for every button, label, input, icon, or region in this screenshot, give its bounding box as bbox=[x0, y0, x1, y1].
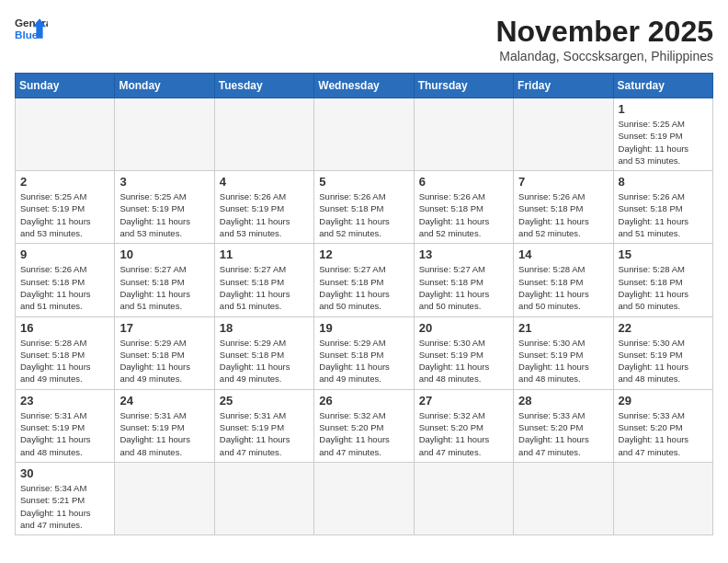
day-number: 5 bbox=[319, 175, 408, 189]
calendar-day-cell bbox=[214, 98, 313, 171]
day-info: Sunrise: 5:26 AM Sunset: 5:19 PM Dayligh… bbox=[220, 190, 309, 239]
weekday-header-saturday: Saturday bbox=[613, 74, 712, 98]
day-number: 17 bbox=[119, 321, 209, 335]
day-info: Sunrise: 5:32 AM Sunset: 5:20 PM Dayligh… bbox=[419, 409, 508, 458]
calendar-day-cell: 4Sunrise: 5:26 AM Sunset: 5:19 PM Daylig… bbox=[214, 171, 313, 244]
title-area: November 2025 Malandag, Soccsksargen, Ph… bbox=[495, 15, 713, 63]
day-number: 14 bbox=[518, 247, 608, 261]
calendar-day-cell bbox=[514, 462, 613, 534]
weekday-header-row: SundayMondayTuesdayWednesdayThursdayFrid… bbox=[16, 74, 713, 98]
day-info: Sunrise: 5:27 AM Sunset: 5:18 PM Dayligh… bbox=[220, 263, 309, 312]
weekday-header-monday: Monday bbox=[115, 74, 214, 98]
calendar-day-cell: 9Sunrise: 5:26 AM Sunset: 5:18 PM Daylig… bbox=[16, 244, 115, 316]
day-info: Sunrise: 5:29 AM Sunset: 5:18 PM Dayligh… bbox=[119, 337, 209, 385]
calendar-day-cell: 24Sunrise: 5:31 AM Sunset: 5:19 PM Dayli… bbox=[115, 389, 214, 462]
day-info: Sunrise: 5:31 AM Sunset: 5:19 PM Dayligh… bbox=[20, 409, 109, 458]
calendar-day-cell bbox=[115, 98, 214, 171]
day-info: Sunrise: 5:30 AM Sunset: 5:19 PM Dayligh… bbox=[518, 337, 608, 385]
day-number: 12 bbox=[319, 247, 408, 261]
calendar-week-row: 16Sunrise: 5:28 AM Sunset: 5:18 PM Dayli… bbox=[16, 316, 713, 389]
calendar-day-cell: 26Sunrise: 5:32 AM Sunset: 5:20 PM Dayli… bbox=[314, 389, 414, 462]
day-number: 29 bbox=[619, 394, 708, 408]
calendar-day-cell: 27Sunrise: 5:32 AM Sunset: 5:20 PM Dayli… bbox=[414, 389, 513, 462]
calendar-day-cell: 8Sunrise: 5:26 AM Sunset: 5:18 PM Daylig… bbox=[613, 171, 712, 244]
calendar-day-cell: 29Sunrise: 5:33 AM Sunset: 5:20 PM Dayli… bbox=[613, 389, 712, 462]
calendar-week-row: 1Sunrise: 5:25 AM Sunset: 5:19 PM Daylig… bbox=[16, 98, 713, 171]
day-info: Sunrise: 5:26 AM Sunset: 5:18 PM Dayligh… bbox=[419, 190, 508, 239]
day-info: Sunrise: 5:31 AM Sunset: 5:19 PM Dayligh… bbox=[119, 409, 209, 458]
calendar-day-cell: 16Sunrise: 5:28 AM Sunset: 5:18 PM Dayli… bbox=[16, 316, 115, 389]
calendar-day-cell: 30Sunrise: 5:34 AM Sunset: 5:21 PM Dayli… bbox=[16, 462, 115, 534]
calendar-day-cell: 22Sunrise: 5:30 AM Sunset: 5:19 PM Dayli… bbox=[613, 316, 712, 389]
calendar-day-cell: 11Sunrise: 5:27 AM Sunset: 5:18 PM Dayli… bbox=[214, 244, 313, 316]
day-info: Sunrise: 5:26 AM Sunset: 5:18 PM Dayligh… bbox=[319, 190, 408, 239]
calendar-day-cell bbox=[214, 462, 313, 534]
calendar-day-cell: 20Sunrise: 5:30 AM Sunset: 5:19 PM Dayli… bbox=[414, 316, 513, 389]
day-info: Sunrise: 5:28 AM Sunset: 5:18 PM Dayligh… bbox=[619, 263, 708, 312]
day-info: Sunrise: 5:30 AM Sunset: 5:19 PM Dayligh… bbox=[619, 337, 708, 385]
calendar-day-cell: 23Sunrise: 5:31 AM Sunset: 5:19 PM Dayli… bbox=[16, 389, 115, 462]
calendar-day-cell: 19Sunrise: 5:29 AM Sunset: 5:18 PM Dayli… bbox=[314, 316, 414, 389]
day-number: 3 bbox=[119, 175, 209, 189]
month-title: November 2025 bbox=[495, 15, 713, 49]
weekday-header-tuesday: Tuesday bbox=[214, 74, 313, 98]
calendar-day-cell bbox=[115, 462, 214, 534]
day-number: 13 bbox=[419, 247, 508, 261]
day-info: Sunrise: 5:25 AM Sunset: 5:19 PM Dayligh… bbox=[20, 190, 109, 239]
calendar-week-row: 9Sunrise: 5:26 AM Sunset: 5:18 PM Daylig… bbox=[16, 244, 713, 316]
calendar-day-cell: 15Sunrise: 5:28 AM Sunset: 5:18 PM Dayli… bbox=[613, 244, 712, 316]
day-info: Sunrise: 5:27 AM Sunset: 5:18 PM Dayligh… bbox=[419, 263, 508, 312]
calendar-day-cell bbox=[414, 462, 513, 534]
day-number: 27 bbox=[419, 394, 508, 408]
day-number: 23 bbox=[20, 394, 109, 408]
page-header: General Blue November 2025 Malandag, Soc… bbox=[15, 15, 713, 63]
day-number: 18 bbox=[220, 321, 309, 335]
calendar-week-row: 23Sunrise: 5:31 AM Sunset: 5:19 PM Dayli… bbox=[16, 389, 713, 462]
day-info: Sunrise: 5:28 AM Sunset: 5:18 PM Dayligh… bbox=[20, 337, 109, 385]
calendar-day-cell: 2Sunrise: 5:25 AM Sunset: 5:19 PM Daylig… bbox=[16, 171, 115, 244]
day-number: 20 bbox=[419, 321, 508, 335]
calendar-day-cell: 5Sunrise: 5:26 AM Sunset: 5:18 PM Daylig… bbox=[314, 171, 414, 244]
calendar-day-cell: 18Sunrise: 5:29 AM Sunset: 5:18 PM Dayli… bbox=[214, 316, 313, 389]
day-number: 24 bbox=[119, 394, 209, 408]
day-number: 21 bbox=[518, 321, 608, 335]
day-info: Sunrise: 5:26 AM Sunset: 5:18 PM Dayligh… bbox=[619, 190, 708, 239]
day-number: 19 bbox=[319, 321, 408, 335]
day-number: 1 bbox=[619, 102, 708, 116]
day-info: Sunrise: 5:32 AM Sunset: 5:20 PM Dayligh… bbox=[319, 409, 408, 458]
day-number: 7 bbox=[518, 175, 608, 189]
day-info: Sunrise: 5:28 AM Sunset: 5:18 PM Dayligh… bbox=[518, 263, 608, 312]
day-number: 10 bbox=[119, 247, 209, 261]
calendar-day-cell bbox=[613, 462, 712, 534]
day-number: 22 bbox=[619, 321, 708, 335]
day-info: Sunrise: 5:29 AM Sunset: 5:18 PM Dayligh… bbox=[319, 337, 408, 385]
calendar-table: SundayMondayTuesdayWednesdayThursdayFrid… bbox=[15, 73, 713, 535]
day-info: Sunrise: 5:25 AM Sunset: 5:19 PM Dayligh… bbox=[119, 190, 209, 239]
day-number: 25 bbox=[220, 394, 309, 408]
calendar-day-cell bbox=[414, 98, 513, 171]
calendar-day-cell bbox=[314, 98, 414, 171]
calendar-day-cell: 1Sunrise: 5:25 AM Sunset: 5:19 PM Daylig… bbox=[613, 98, 712, 171]
weekday-header-sunday: Sunday bbox=[16, 74, 115, 98]
day-number: 6 bbox=[419, 175, 508, 189]
weekday-header-wednesday: Wednesday bbox=[314, 74, 414, 98]
day-info: Sunrise: 5:34 AM Sunset: 5:21 PM Dayligh… bbox=[20, 482, 109, 531]
day-info: Sunrise: 5:29 AM Sunset: 5:18 PM Dayligh… bbox=[220, 337, 309, 385]
calendar-day-cell: 12Sunrise: 5:27 AM Sunset: 5:18 PM Dayli… bbox=[314, 244, 414, 316]
logo: General Blue bbox=[15, 15, 48, 42]
calendar-day-cell: 10Sunrise: 5:27 AM Sunset: 5:18 PM Dayli… bbox=[115, 244, 214, 316]
calendar-day-cell: 14Sunrise: 5:28 AM Sunset: 5:18 PM Dayli… bbox=[514, 244, 613, 316]
day-info: Sunrise: 5:33 AM Sunset: 5:20 PM Dayligh… bbox=[619, 409, 708, 458]
day-info: Sunrise: 5:33 AM Sunset: 5:20 PM Dayligh… bbox=[518, 409, 608, 458]
calendar-day-cell: 6Sunrise: 5:26 AM Sunset: 5:18 PM Daylig… bbox=[414, 171, 513, 244]
svg-text:Blue: Blue bbox=[15, 29, 39, 40]
day-info: Sunrise: 5:31 AM Sunset: 5:19 PM Dayligh… bbox=[220, 409, 309, 458]
calendar-day-cell bbox=[16, 98, 115, 171]
calendar-week-row: 2Sunrise: 5:25 AM Sunset: 5:19 PM Daylig… bbox=[16, 171, 713, 244]
calendar-day-cell: 7Sunrise: 5:26 AM Sunset: 5:18 PM Daylig… bbox=[514, 171, 613, 244]
logo-icon: General Blue bbox=[15, 15, 48, 42]
day-number: 28 bbox=[518, 394, 608, 408]
calendar-day-cell: 28Sunrise: 5:33 AM Sunset: 5:20 PM Dayli… bbox=[514, 389, 613, 462]
day-number: 4 bbox=[220, 175, 309, 189]
day-number: 2 bbox=[20, 175, 109, 189]
